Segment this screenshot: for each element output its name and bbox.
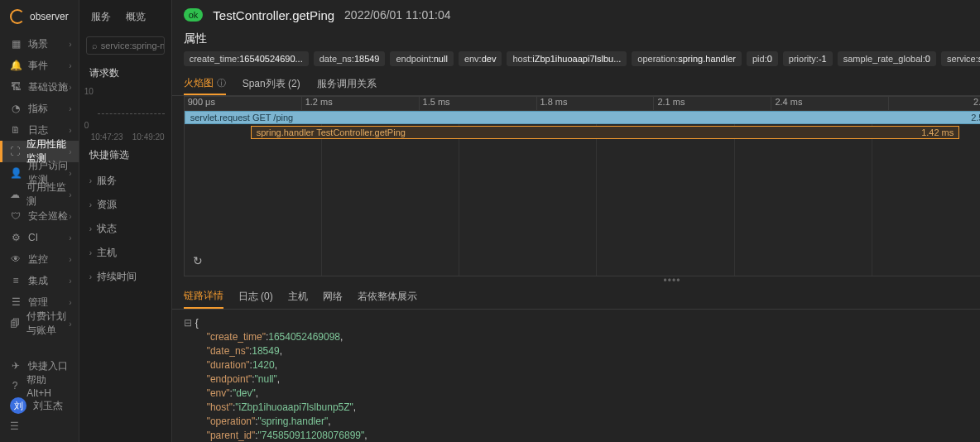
brand-icon	[10, 9, 25, 24]
nav-item-10[interactable]: 👁监控›	[0, 248, 79, 270]
nav-label: 指标	[28, 102, 48, 116]
tag-endpoint[interactable]: endpoint:null	[390, 51, 453, 66]
chevron-right-icon: ›	[69, 61, 71, 70]
span-servlet-request[interactable]: servlet.request GET /ping 2.59 ms	[185, 111, 980, 124]
chevron-right-icon: ›	[69, 126, 71, 135]
collapse-icon[interactable]: ☰	[0, 416, 79, 437]
drag-handle[interactable]: ••••	[172, 276, 980, 285]
nav-label: 监控	[28, 252, 48, 267]
time-tick-3: 1.8 ms	[537, 97, 655, 110]
tab-ruoyi[interactable]: 若依整体展示	[358, 285, 417, 309]
chevron-right-icon: ›	[89, 248, 92, 257]
filter-label: 资源	[97, 198, 117, 212]
help-icon: ?	[10, 380, 20, 392]
filter-label: 状态	[97, 222, 117, 236]
tab-spanlist[interactable]: Span列表 (2)	[243, 73, 300, 95]
refresh-icon[interactable]: ↻	[193, 254, 203, 267]
filter-item-1[interactable]: ›资源	[79, 193, 171, 217]
filter-item-2[interactable]: ›状态	[79, 217, 171, 241]
tab-trace-detail[interactable]: 链路详情	[184, 285, 223, 309]
chevron-right-icon: ›	[69, 83, 71, 92]
tab-svccall[interactable]: 服务调用关系	[317, 73, 377, 95]
chevron-right-icon: ›	[89, 200, 92, 209]
json-toggle[interactable]: ⊟	[184, 317, 192, 329]
chevron-right-icon: ›	[69, 298, 71, 307]
filter-item-0[interactable]: ›服务	[79, 169, 171, 193]
tab-overview[interactable]: 概览	[126, 10, 146, 24]
nav-item-7[interactable]: ☁可用性监测›	[0, 184, 79, 205]
main-panel: ok TestController.getPing 2022/06/01 11:…	[172, 0, 980, 442]
nav-item-11[interactable]: ≡集成›	[0, 270, 79, 291]
x-tick-0: 10:47:23	[91, 132, 123, 142]
chevron-right-icon: ›	[69, 40, 71, 49]
nav-item-0[interactable]: ▦场景›	[0, 33, 79, 55]
tag-date_ns[interactable]: date_ns:18549	[314, 51, 386, 66]
nav-icon: ☰	[10, 296, 22, 308]
status-badge: ok	[184, 8, 204, 22]
left-sidebar: observer ▦场景›🔔事件›🏗基础设施›◔指标›🗎日志›⛶应用性能监测›👤…	[0, 0, 79, 442]
search-placeholder: service:spring-nati	[101, 41, 165, 50]
flame-body[interactable]: servlet.request GET /ping 2.59 ms spring…	[184, 111, 980, 276]
tab-flame-label: 火焰图	[184, 76, 214, 90]
nav-item-9[interactable]: ⚙CI›	[0, 227, 79, 248]
nav-label: 管理	[28, 295, 48, 310]
json-viewer[interactable]: ⊟{"create_time":1654052469098,"date_ns":…	[172, 310, 980, 442]
tab-logs[interactable]: 日志 (0)	[238, 285, 273, 309]
nav-item-8[interactable]: 🛡安全巡检›	[0, 205, 79, 227]
filter-item-4[interactable]: ›持续时间	[79, 265, 171, 289]
nav-user-label: 刘玉杰	[33, 399, 63, 413]
tag-priority[interactable]: priority:-1	[783, 51, 833, 66]
x-tick-1: 10:49:20	[132, 132, 165, 142]
tab-host[interactable]: 主机	[288, 285, 308, 309]
span-spring-handler[interactable]: spring.handler TestController.getPing 1.…	[251, 126, 960, 139]
time-tick-0: 900 μs	[185, 97, 302, 110]
tag-service[interactable]: service:spring-native-demo	[941, 51, 980, 66]
tag-env[interactable]: env:dev	[459, 51, 502, 66]
tag-host[interactable]: host:iZbp1ihuoaapi7lslbu...	[507, 51, 627, 66]
nav-label: 安全巡检	[28, 209, 68, 223]
nav-icon: 🏗	[10, 81, 22, 93]
nav-icon: 🔔	[10, 60, 22, 71]
nav-label: 场景	[28, 37, 48, 51]
chevron-right-icon: ›	[69, 255, 71, 264]
nav-icon: ☁	[10, 189, 20, 200]
search-input[interactable]: ⌕ service:spring-nati	[86, 36, 165, 55]
brand-text: observer	[30, 11, 69, 22]
tab-service[interactable]: 服务	[91, 10, 111, 24]
nav-help[interactable]: ? 帮助 Alt+H	[0, 376, 79, 396]
nav-label: 可用性监测	[26, 180, 69, 209]
chevron-right-icon: ›	[89, 272, 92, 281]
nav-user[interactable]: 刘 刘玉杰	[0, 396, 79, 416]
tag-create_time[interactable]: create_time:16540524690...	[184, 51, 309, 66]
span1-label: servlet.request GET /ping	[190, 113, 294, 123]
filter-item-3[interactable]: ›主机	[79, 241, 171, 265]
chevron-right-icon: ›	[69, 169, 71, 178]
tab-flame[interactable]: 火焰图 ⓘ	[184, 73, 226, 95]
nav-item-2[interactable]: 🏗基础设施›	[0, 76, 79, 98]
attributes-title: 属性	[172, 30, 980, 51]
chevron-right-icon: ›	[69, 276, 71, 286]
bottom-tabs: 链路详情 日志 (0) 主机 网络 若依整体展示	[172, 285, 980, 310]
tag-pid[interactable]: pid:0	[747, 51, 778, 66]
nav-icon: ◔	[10, 103, 22, 114]
nav-item-13[interactable]: 🗐付费计划与账单›	[0, 313, 79, 334]
chevron-right-icon: ›	[69, 147, 71, 156]
time-tick-6: 2.58 ms	[889, 97, 980, 110]
x-axis: 10:47:23 10:49:20	[91, 132, 165, 142]
nav-label: CI	[28, 232, 38, 243]
nav-icon: ⛶	[10, 146, 20, 157]
detail-title: TestController.getPing	[213, 8, 334, 22]
search-icon: ⌕	[92, 41, 98, 50]
nav-label: 基础设施	[28, 80, 68, 94]
tag-sample_rate_global[interactable]: sample_rate_global:0	[838, 51, 936, 66]
nav-label: 事件	[28, 59, 48, 73]
tab-network[interactable]: 网络	[323, 285, 343, 309]
nav-item-3[interactable]: ◔指标›	[0, 98, 79, 119]
secondary-tabs: 服务 概览	[79, 0, 171, 33]
nav-help-label: 帮助 Alt+H	[26, 373, 68, 399]
tag-operation[interactable]: operation:spring.handler	[632, 51, 742, 66]
nav-item-1[interactable]: 🔔事件›	[0, 55, 79, 76]
nav-label: 日志	[28, 123, 48, 137]
span1-duration: 2.59 ms	[971, 113, 980, 123]
chevron-right-icon: ›	[69, 104, 71, 113]
